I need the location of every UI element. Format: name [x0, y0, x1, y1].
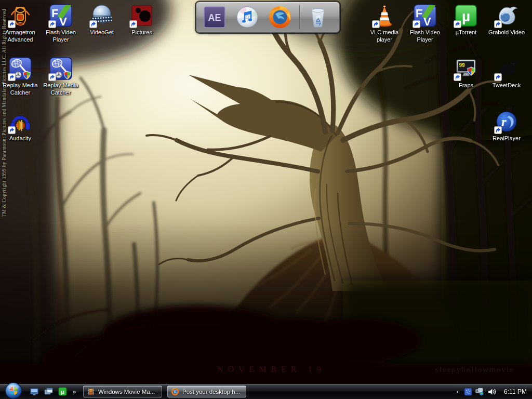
icon-label: µTorrent: [446, 29, 486, 36]
tray-collapse-chevron[interactable]: ‹: [457, 388, 459, 395]
desktop-icon-tweetdeck[interactable]: TweetDeck: [486, 56, 527, 89]
quick-launch-overflow-chevron[interactable]: »: [73, 384, 76, 399]
shortcut-arrow-icon: [454, 20, 461, 28]
desktop-icon-vlc[interactable]: VLC media player: [364, 3, 405, 43]
shortcut-arrow-icon: [454, 73, 461, 81]
switch-windows-icon[interactable]: [43, 387, 54, 397]
svg-text:99: 99: [459, 62, 466, 68]
dock-item-after-effects[interactable]: AE: [202, 5, 227, 30]
icon-label: Replay Media Catcher: [41, 82, 81, 96]
icon-label: VideoGet: [82, 29, 122, 36]
taskbar-button-movie-maker[interactable]: Windows Movie Ma...: [83, 385, 162, 397]
icon-label: Fraps: [446, 82, 486, 89]
system-tray: ‹: [457, 384, 529, 399]
icon-label: Graboid Video: [486, 29, 527, 36]
taskbar-button-firefox[interactable]: Post your desktop h...: [167, 385, 246, 397]
icon-label: Flash Video Player: [405, 29, 445, 43]
svg-text:V: V: [59, 15, 67, 28]
svg-text:r: r: [501, 115, 507, 129]
taskbar-button-title: Post your desktop h...: [182, 389, 240, 395]
svg-text:F: F: [51, 7, 58, 20]
taskbar-clock[interactable]: 6:11 PM: [502, 388, 529, 395]
desktop-icon-utorrent[interactable]: µ µTorrent: [446, 3, 486, 36]
desktop-icon-realplayer[interactable]: r RealPlayer: [486, 109, 527, 142]
icon-label: RealPlayer: [486, 135, 527, 142]
tray-network-icon[interactable]: [475, 387, 484, 396]
quick-launch-bar: µ: [29, 384, 68, 399]
shortcut-arrow-icon: [48, 20, 56, 28]
icon-label: TweetDeck: [486, 82, 527, 89]
desktop-icon-flash-video-player[interactable]: F V Flash Video Player: [41, 3, 81, 43]
tray-volume-icon[interactable]: [487, 387, 496, 396]
desktop-icon-audacity[interactable]: Audacity: [0, 109, 41, 142]
shortcut-arrow-icon: [48, 73, 56, 81]
shortcut-arrow-icon: [494, 126, 502, 134]
icon-label: Flash Video Player: [41, 29, 81, 43]
recycle-bin-icon: [306, 5, 330, 29]
firefox-icon: [268, 5, 292, 29]
show-desktop-icon[interactable]: [29, 387, 39, 397]
utorrent-quicklaunch-icon[interactable]: µ: [57, 387, 68, 397]
icon-label: Replay Media Catcher: [0, 82, 41, 96]
dock-item-firefox[interactable]: [268, 5, 292, 30]
shortcut-arrow-icon: [89, 20, 97, 28]
desktop-icon-armagetron[interactable]: Armagetron Advanced: [0, 3, 41, 43]
icon-label: Armagetron Advanced: [0, 29, 41, 43]
desktop-icon-graboid[interactable]: Graboid Video: [486, 3, 527, 36]
desktop-icon-flash-video-player-2[interactable]: F V Flash Video Player: [405, 3, 445, 43]
taskbar: µ » Windows Movie Ma... Post your desk: [0, 384, 532, 399]
dock: AE: [196, 2, 340, 33]
movie-maker-icon: [87, 388, 95, 396]
shortcut-arrow-icon: [129, 20, 137, 28]
shortcut-arrow-icon: [8, 126, 16, 134]
dock-item-recycle-bin[interactable]: [305, 5, 330, 30]
icon-label: Pictures: [122, 29, 162, 36]
shortcut-arrow-icon: [372, 20, 380, 28]
firefox-small-icon: [171, 388, 179, 396]
icon-label: VLC media player: [364, 29, 405, 43]
svg-text:F: F: [416, 7, 422, 20]
desktop-icon-pictures[interactable]: Pictures: [122, 3, 162, 36]
desktop-icon-replay-media-catcher-2[interactable]: Replay Media Catcher: [41, 56, 81, 96]
shortcut-arrow-icon: [8, 20, 16, 28]
svg-text:µ: µ: [462, 8, 470, 24]
start-button[interactable]: [5, 382, 22, 399]
taskbar-button-title: Windows Movie Ma...: [98, 389, 155, 395]
svg-text:V: V: [423, 15, 431, 28]
after-effects-icon: AE: [203, 5, 227, 29]
wallpaper-website-text: sleepyhollowmovie: [435, 365, 514, 374]
shortcut-arrow-icon: [494, 73, 502, 81]
shortcut-arrow-icon: [413, 20, 420, 28]
shortcut-arrow-icon: [8, 73, 16, 81]
svg-text:µ: µ: [61, 389, 64, 395]
desktop-icon-replay-media-catcher-1[interactable]: Replay Media Catcher: [0, 56, 41, 96]
itunes-icon: [235, 5, 259, 29]
desktop-icon-videoget[interactable]: VideoGet: [82, 3, 122, 36]
dock-divider: [299, 5, 300, 29]
dock-item-itunes[interactable]: [235, 5, 260, 30]
shortcut-arrow-icon: [494, 20, 502, 28]
icon-label: Audacity: [0, 135, 41, 142]
svg-text:AE: AE: [208, 12, 221, 23]
desktop-icon-fraps[interactable]: 99 Fraps: [446, 56, 486, 89]
wallpaper-release-text: NOVEMBER 19: [217, 365, 326, 374]
desktop: NOVEMBER 19 sleepyhollowmovie TM & Copyr…: [0, 0, 532, 399]
tray-media-app-icon[interactable]: [463, 387, 472, 396]
